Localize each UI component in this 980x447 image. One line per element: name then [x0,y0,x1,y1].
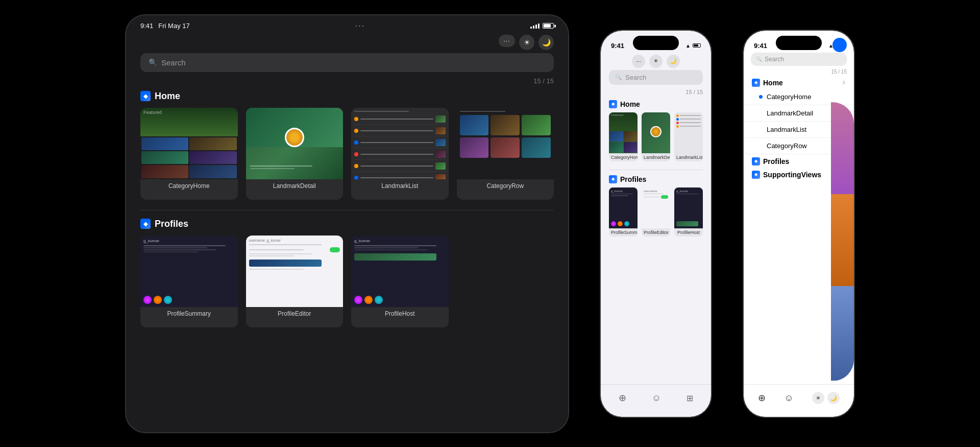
tablet: 9:41 Fri May 17 ··· [125,14,569,433]
card-category-row[interactable]: CategoryRow [457,108,554,200]
home-chevron: ∧ [842,79,846,86]
phone-middle-prof-card-2[interactable]: username ProfileEditor [642,187,670,237]
phone-right-search[interactable]: 🔍 Search [751,53,847,66]
wifi-icon-middle: ▲ [685,43,691,49]
right-dark-btn[interactable]: 🌙 [827,392,840,404]
list-supporting-icon: ◆ [752,171,760,179]
more-button[interactable]: ··· [499,35,515,47]
scene: 9:41 Fri May 17 ··· [0,0,980,447]
phone-mid-prof3-label: ProfileHost [674,228,703,237]
tablet-toolbar: ··· ☀ 🌙 [126,33,568,53]
list-home-icon: ◆ [752,79,760,87]
list-item-label-4: CategoryRow [759,142,807,150]
phone-middle-card-1[interactable]: Featured CategoryHome [609,112,638,161]
card-category-home[interactable]: Featured CategoryHome [140,108,238,200]
phone-middle-tabbar: ⊕ ☺ ⊞ [601,384,711,417]
card-profile-editor-label: ProfileEditor [246,307,344,320]
search-icon: 🔍 [149,58,157,66]
list-header-home: ◆ Home ∧ [744,76,854,89]
phone-middle-content: ◆ Home Featured [601,97,711,417]
list-supporting-label: SupportingViews [763,171,821,179]
section-header-profiles: Profiles [140,215,554,236]
home-section-label: Home [155,91,180,102]
phone-middle-prof-card-3[interactable]: g_kumar ProfileHost [674,187,703,237]
active-dot [759,95,763,99]
tabbar-btn-1[interactable]: ⊕ [619,392,626,404]
card-landmark-list-img [351,108,449,179]
phone-middle-home-grid: Featured CategoryHome [601,112,711,168]
card-category-row-label: CategoryRow [457,179,554,193]
card-profile-editor[interactable]: username: g_kumar [246,236,344,327]
tabbar-btn-3[interactable]: ⊞ [687,393,693,403]
card-profile-summary[interactable]: g_kumar [140,236,238,327]
tablet-date: Fri May 17 [158,22,189,30]
profiles-grid: g_kumar [140,236,554,327]
dynamic-island-middle [633,36,679,50]
phone-middle-dark-btn[interactable]: 🌙 [667,55,680,68]
phone-middle-more-btn[interactable]: ··· [632,55,645,68]
right-tabbar-icon-1: ⊕ [758,392,766,404]
phone-middle-search[interactable]: 🔍 Search [609,70,703,85]
tabbar-btn-2[interactable]: ☺ [652,393,661,404]
phone-middle-search-placeholder: Search [625,74,646,81]
phone-middle-card-2[interactable]: LandmarkDetail [642,112,670,161]
phone-mid-card3-label: LandmarkList [674,153,703,161]
phone-mid-card2-label: LandmarkDetail [642,153,670,161]
phone-right-list: ◆ Home ∧ CategoryHome LandmarkDetail Lan… [744,76,854,395]
list-item-label-3: LandmarkList [759,126,806,133]
phone-middle-home-label: Home [620,100,640,108]
phone-right: 9:41 ▲ 🔍 Search 15 / 15 ◆ [743,30,855,418]
card-landmark-detail-img [246,108,344,179]
section-header-home: Home [140,87,554,108]
profiles-section-label: Profiles [155,219,188,229]
phone-mid-prof2-label: ProfileEditor [642,228,670,237]
battery-icon [543,23,554,29]
list-profiles-label: Profiles [763,157,789,166]
phone-right-time: 9:41 [754,38,767,50]
right-light-btn[interactable]: ☀ [812,392,824,404]
phone-middle: 9:41 ▲ ··· ☀ 🌙 🔍 Search 15 / 1 [600,30,712,418]
card-empty [457,236,554,327]
dark-mode-button[interactable]: 🌙 [538,35,554,50]
phone-middle-profiles-icon: ◆ [609,175,617,183]
card-profile-host-img: g_kumar [351,236,449,307]
tabbar-icon-2: ☺ [652,393,661,404]
card-profile-host[interactable]: g_kumar [351,236,449,327]
right-tabbar-btn-2[interactable]: ☺ [784,393,793,404]
profiles-section-icon [140,219,151,229]
card-landmark-detail[interactable]: LandmarkDetail [246,108,344,200]
card-profile-summary-label: ProfileSummary [140,307,238,320]
phone-middle-toolbar: ··· ☀ 🌙 [601,53,711,70]
list-item-label-2: LandmarkDetail [759,109,813,117]
card-category-home-label: CategoryHome [140,179,238,193]
image-strip [831,102,854,381]
phone-middle-light-btn[interactable]: ☀ [649,55,663,68]
search-bar[interactable]: 🔍 Search [140,53,554,72]
tabbar-icon-1: ⊕ [619,392,626,404]
card-landmark-list[interactable]: LandmarkList [351,108,449,200]
right-tabbar-btn-1[interactable]: ⊕ [758,392,766,404]
tablet-content[interactable]: Home [126,87,568,425]
phone-middle-prof-card-1[interactable]: g_kumar ProfileSummary [609,187,638,237]
tabbar-icon-3: ⊞ [687,393,693,403]
user-avatar[interactable] [832,38,847,52]
section-divider [140,210,554,210]
phone-middle-card-3[interactable]: LandmarkList [674,112,703,161]
home-grid: Featured CategoryHome [140,108,554,200]
right-tabbar-mode-btns: ☀ 🌙 [812,392,840,404]
phone-middle-search-icon: 🔍 [615,74,622,81]
phone-middle-divider [609,170,703,170]
card-category-home-img: Featured [140,108,238,179]
card-category-row-img [457,108,554,179]
phone-right-count: 15 / 15 [744,68,854,76]
light-mode-button[interactable]: ☀ [519,35,534,50]
phone-middle-profiles-grid: g_kumar ProfileSummary [601,187,711,243]
right-tabbar-icon-2: ☺ [784,393,793,404]
phone-right-search-placeholder: Search [765,56,784,63]
phone-right-search-icon: 🔍 [756,56,762,62]
phone-middle-time: 9:41 [611,38,624,50]
tablet-status-bar: 9:41 Fri May 17 ··· [126,15,568,33]
battery-icon-middle [693,43,701,48]
phone-middle-count: 15 / 15 [601,88,711,97]
card-landmark-detail-label: LandmarkDetail [246,179,344,193]
